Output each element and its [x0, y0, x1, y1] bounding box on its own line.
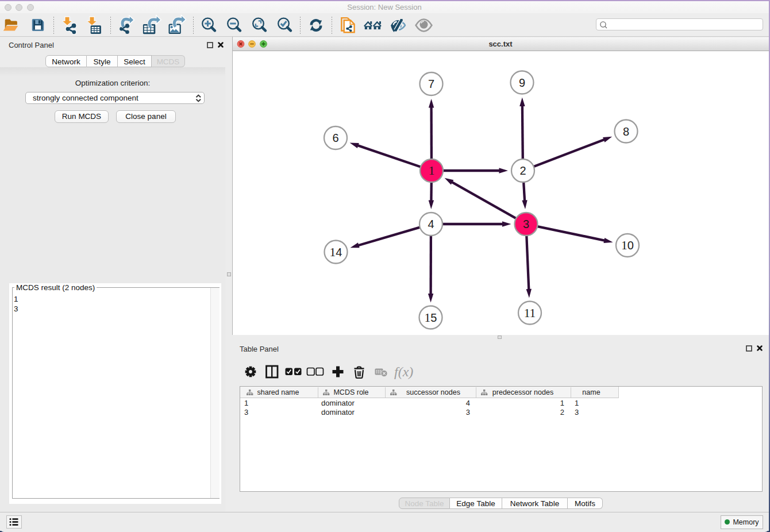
svg-text:f(x): f(x) [394, 364, 413, 379]
